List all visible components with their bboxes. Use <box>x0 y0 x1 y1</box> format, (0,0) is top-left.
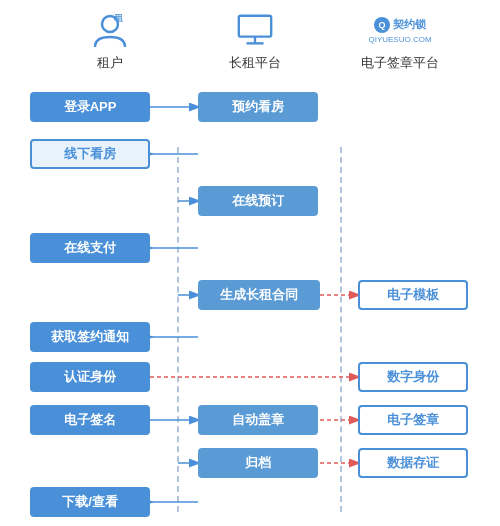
box-e-template: 电子模板 <box>358 280 468 310</box>
svg-rect-2 <box>239 16 271 37</box>
box-download: 下载/查看 <box>30 487 150 517</box>
flow-area: 登录APP 线下看房 在线支付 获取签约通知 认证身份 电子签名 下载/查看 预… <box>10 82 490 512</box>
header-col-platform: 长租平台 <box>195 10 315 72</box>
box-offline-view: 线下看房 <box>30 139 150 169</box>
header-col-esign: Q 契约锁 QIYUESUO.COM 电子签章平台 <box>340 10 460 72</box>
diagram-container: 租 租户 长租平台 Q 契约锁 <box>0 0 500 526</box>
box-verify-id: 认证身份 <box>30 362 150 392</box>
box-book-room: 预约看房 <box>198 92 318 122</box>
tenant-icon: 租 <box>90 10 130 50</box>
platform-label: 长租平台 <box>229 54 281 72</box>
header-row: 租 租户 长租平台 Q 契约锁 <box>10 10 490 72</box>
svg-text:租: 租 <box>113 13 124 23</box>
box-auto-seal: 自动盖章 <box>198 405 318 435</box>
platform-icon <box>235 10 275 50</box>
box-e-signature: 电子签章 <box>358 405 468 435</box>
tenant-label: 租户 <box>97 54 123 72</box>
box-data-proof: 数据存证 <box>358 448 468 478</box>
box-e-sign: 电子签名 <box>30 405 150 435</box>
box-online-book: 在线预订 <box>198 186 318 216</box>
box-archive: 归档 <box>198 448 318 478</box>
box-get-notify: 获取签约通知 <box>30 322 150 352</box>
esign-label: 电子签章平台 <box>361 54 439 72</box>
header-col-tenant: 租 租户 <box>50 10 170 72</box>
box-login-app: 登录APP <box>30 92 150 122</box>
box-digital-id: 数字身份 <box>358 362 468 392</box>
box-gen-contract: 生成长租合同 <box>198 280 320 310</box>
lane-line-1 <box>177 147 179 512</box>
esign-icon: Q 契约锁 QIYUESUO.COM <box>380 10 420 50</box>
box-online-pay: 在线支付 <box>30 233 150 263</box>
lane-line-2 <box>340 147 342 512</box>
